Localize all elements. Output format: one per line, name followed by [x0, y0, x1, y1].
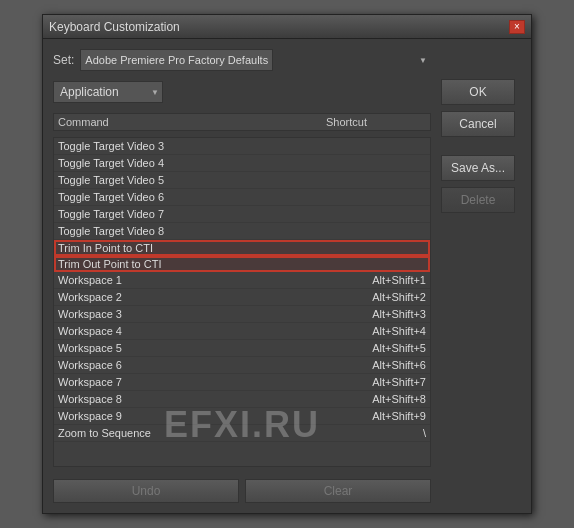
bottom-buttons: Undo Clear	[53, 479, 431, 503]
set-dropdown-wrapper: Adobe Premiere Pro Factory Defaults	[80, 49, 431, 71]
row-command: Trim Out Point to CTI	[58, 258, 326, 270]
row-command: Workspace 7	[58, 376, 326, 388]
set-label: Set:	[53, 53, 74, 67]
row-shortcut: Alt+Shift+7	[326, 376, 426, 388]
close-button[interactable]: ×	[509, 20, 525, 34]
row-command: Trim In Point to CTI	[58, 242, 326, 254]
table-row[interactable]: Trim In Point to CTI	[54, 240, 430, 256]
app-dropdown-row: Application	[53, 81, 431, 103]
table-row[interactable]: Workspace 7Alt+Shift+7	[54, 374, 430, 391]
app-dropdown-wrapper: Application	[53, 81, 163, 103]
table-row[interactable]: Workspace 6Alt+Shift+6	[54, 357, 430, 374]
set-row: Set: Adobe Premiere Pro Factory Defaults	[53, 49, 431, 71]
table-row[interactable]: Workspace 4Alt+Shift+4	[54, 323, 430, 340]
row-shortcut: Alt+Shift+1	[326, 274, 426, 286]
row-command: Workspace 4	[58, 325, 326, 337]
row-command: Toggle Target Video 8	[58, 225, 326, 237]
table-row[interactable]: Workspace 2Alt+Shift+2	[54, 289, 430, 306]
table-row[interactable]: Workspace 3Alt+Shift+3	[54, 306, 430, 323]
row-shortcut: Alt+Shift+9	[326, 410, 426, 422]
row-shortcut: Alt+Shift+2	[326, 291, 426, 303]
row-command: Zoom to Sequence	[58, 427, 326, 439]
table-row[interactable]: Workspace 9Alt+Shift+9	[54, 408, 430, 425]
row-command: Workspace 8	[58, 393, 326, 405]
table-row[interactable]: Toggle Target Video 7	[54, 206, 430, 223]
command-table[interactable]: Toggle Target Video 3Toggle Target Video…	[53, 137, 431, 467]
row-command: Workspace 6	[58, 359, 326, 371]
row-command: Workspace 9	[58, 410, 326, 422]
row-shortcut: Alt+Shift+5	[326, 342, 426, 354]
undo-button[interactable]: Undo	[53, 479, 239, 503]
table-row[interactable]: Workspace 5Alt+Shift+5	[54, 340, 430, 357]
dialog-title: Keyboard Customization	[49, 20, 180, 34]
row-command: Workspace 1	[58, 274, 326, 286]
row-command: Toggle Target Video 7	[58, 208, 326, 220]
row-shortcut: Alt+Shift+4	[326, 325, 426, 337]
table-row[interactable]: Toggle Target Video 6	[54, 189, 430, 206]
row-command: Toggle Target Video 4	[58, 157, 326, 169]
row-command: Toggle Target Video 3	[58, 140, 326, 152]
ok-button[interactable]: OK	[441, 79, 515, 105]
row-shortcut: Alt+Shift+3	[326, 308, 426, 320]
col-shortcut-header: Shortcut	[326, 116, 426, 128]
row-shortcut: Alt+Shift+8	[326, 393, 426, 405]
keyboard-customization-dialog: Keyboard Customization × Set: Adobe Prem…	[42, 14, 532, 514]
row-command: Toggle Target Video 5	[58, 174, 326, 186]
clear-button[interactable]: Clear	[245, 479, 431, 503]
table-row[interactable]: Toggle Target Video 5	[54, 172, 430, 189]
row-command: Toggle Target Video 6	[58, 191, 326, 203]
right-panel: OK Cancel Save As... Delete	[441, 49, 521, 503]
row-shortcut: \	[326, 427, 426, 439]
app-dropdown[interactable]: Application	[53, 81, 163, 103]
table-row[interactable]: Toggle Target Video 4	[54, 155, 430, 172]
table-row[interactable]: Trim Out Point to CTI	[54, 256, 430, 272]
col-command-header: Command	[58, 116, 326, 128]
save-as-button[interactable]: Save As...	[441, 155, 515, 181]
left-panel: Set: Adobe Premiere Pro Factory Defaults…	[53, 49, 431, 503]
title-bar: Keyboard Customization ×	[43, 15, 531, 39]
table-row[interactable]: Workspace 8Alt+Shift+8	[54, 391, 430, 408]
row-command: Workspace 3	[58, 308, 326, 320]
table-row[interactable]: Workspace 1Alt+Shift+1	[54, 272, 430, 289]
table-row[interactable]: Toggle Target Video 8	[54, 223, 430, 240]
row-command: Workspace 2	[58, 291, 326, 303]
row-command: Workspace 5	[58, 342, 326, 354]
dialog-body: Set: Adobe Premiere Pro Factory Defaults…	[43, 39, 531, 513]
cancel-button[interactable]: Cancel	[441, 111, 515, 137]
table-header: Command Shortcut	[53, 113, 431, 131]
table-row[interactable]: Zoom to Sequence\	[54, 425, 430, 442]
set-dropdown[interactable]: Adobe Premiere Pro Factory Defaults	[80, 49, 273, 71]
row-shortcut: Alt+Shift+6	[326, 359, 426, 371]
delete-button[interactable]: Delete	[441, 187, 515, 213]
table-row[interactable]: Toggle Target Video 3	[54, 138, 430, 155]
